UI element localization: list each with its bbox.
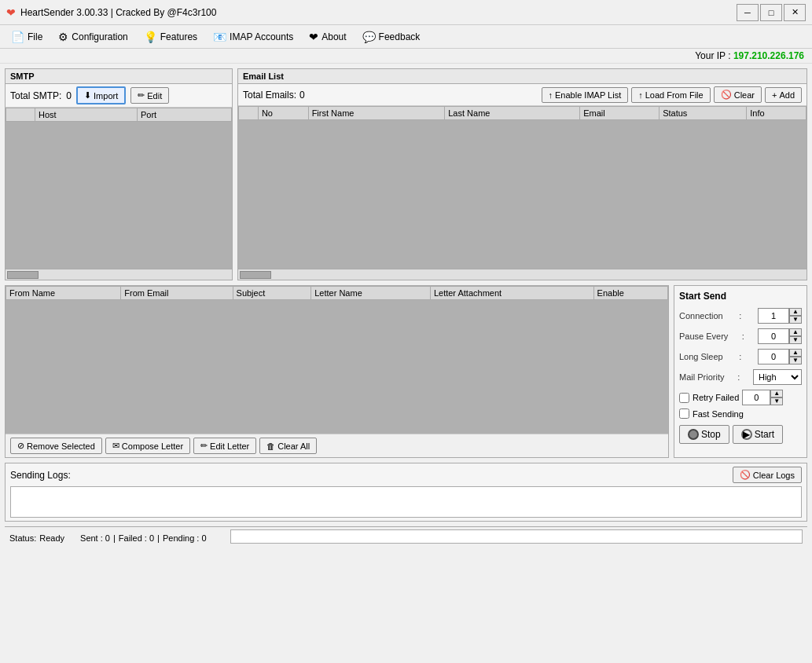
menu-item-configuration[interactable]: ⚙ Configuration (50, 27, 135, 46)
connection-down[interactable]: ▼ (789, 316, 802, 324)
separator1: | (113, 533, 116, 543)
remove-selected-label: Remove Selected (27, 441, 95, 451)
close-button[interactable]: ✕ (784, 4, 806, 21)
retry-checkbox[interactable] (679, 393, 689, 403)
email-col-firstname: First Name (308, 107, 445, 120)
retry-input[interactable] (742, 390, 770, 405)
compose-letter-button[interactable]: ✉ Compose Letter (105, 438, 190, 454)
email-scrollbar[interactable] (238, 269, 806, 280)
pause-row: Pause Every : ▲ ▼ (679, 328, 802, 344)
maximize-button[interactable]: □ (760, 4, 782, 21)
add-email-button[interactable]: + Add (765, 87, 802, 103)
enable-imap-button[interactable]: ↑ Enable IMAP List (542, 87, 629, 103)
retry-row: Retry Failed ▲ ▼ (679, 390, 802, 405)
priority-select[interactable]: High Normal Low (753, 369, 802, 385)
start-button[interactable]: ▶ Start (733, 425, 783, 444)
connection-up[interactable]: ▲ (789, 308, 802, 316)
smtp-table: Host Port (6, 108, 232, 122)
sent-label: Sent : 0 (80, 533, 110, 543)
smtp-import-button[interactable]: ⬇ Import (76, 86, 126, 104)
start-icon: ▶ (741, 429, 752, 440)
menu-item-features[interactable]: 💡 Features (136, 27, 205, 46)
logs-header: Sending Logs: 🚫 Clear Logs (10, 467, 802, 483)
longsleep-spinbox: ▲ ▼ (758, 349, 802, 364)
remove-icon: ⊘ (17, 441, 24, 451)
longsleep-down[interactable]: ▼ (789, 357, 802, 364)
email-col-no: No (258, 107, 308, 120)
email-panel-header: Email List (238, 69, 806, 84)
stop-button[interactable]: Stop (679, 425, 729, 444)
pause-spinbox: ▲ ▼ (758, 328, 802, 344)
clear-logs-icon: 🚫 (740, 470, 751, 480)
ip-label: Your IP : (695, 50, 730, 61)
logs-area (10, 486, 802, 518)
minimize-button[interactable]: ─ (737, 4, 759, 21)
letters-col-subject: Subject (233, 287, 311, 300)
email-total-label: Total Emails: (243, 90, 296, 101)
import-icon: ⬇ (84, 90, 91, 101)
imap-icon: 📧 (213, 31, 226, 43)
title-bar-text: HeartSender 3.00.33 | Cracked By @F4c3r1… (20, 7, 737, 18)
retry-up[interactable]: ▲ (770, 390, 783, 397)
pause-input[interactable] (758, 328, 789, 344)
send-panel: Start Send Connection : ▲ ▼ Pause Every … (674, 285, 807, 458)
fastsending-label: Fast Sending (693, 409, 744, 419)
longsleep-input[interactable] (758, 349, 789, 364)
smtp-edit-button[interactable]: ✏ Edit (130, 87, 169, 104)
email-col-info: Info (747, 107, 806, 120)
load-from-file-button[interactable]: ↑ Load From File (631, 87, 710, 103)
menu-label-features: Features (160, 31, 197, 42)
remove-selected-button[interactable]: ⊘ Remove Selected (10, 438, 102, 454)
letters-col-enable: Enable (593, 287, 667, 300)
letters-table: From Name From Email Subject Letter Name… (6, 286, 668, 300)
email-header-row: Total Emails: 0 ↑ Enable IMAP List ↑ Loa… (238, 84, 806, 106)
pause-label: Pause Every (679, 332, 728, 341)
menu-item-feedback[interactable]: 💬 Feedback (355, 27, 428, 46)
ip-bar: Your IP : 197.210.226.176 (0, 49, 812, 64)
add-email-label: Add (779, 90, 795, 100)
menu-bar: 📄 File ⚙ Configuration 💡 Features 📧 IMAP… (0, 25, 812, 49)
imap-arrow-icon: ↑ (549, 90, 553, 100)
pause-up[interactable]: ▲ (789, 328, 802, 336)
load-icon: ↑ (638, 90, 643, 100)
menu-item-about[interactable]: ❤ About (301, 27, 354, 46)
email-panel: Email List Total Emails: 0 ↑ Enable IMAP… (237, 68, 807, 280)
retry-down[interactable]: ▼ (770, 397, 783, 405)
smtp-total-label: Total SMTP: (10, 90, 61, 101)
smtp-col-host: Host (35, 108, 137, 122)
clear-email-button[interactable]: 🚫 Clear (714, 86, 762, 103)
menu-label-feedback: Feedback (379, 31, 421, 42)
smtp-panel: SMTP Total SMTP: 0 ⬇ Import ✏ Edit (5, 68, 233, 280)
edit-letter-icon: ✏ (200, 441, 208, 451)
logs-title: Sending Logs: (10, 470, 71, 481)
smtp-col-check (6, 108, 35, 122)
connection-input[interactable] (758, 308, 789, 324)
clear-all-icon: 🗑 (266, 441, 275, 451)
letters-col-lettername: Letter Name (311, 287, 431, 300)
logs-section: Sending Logs: 🚫 Clear Logs (5, 463, 807, 522)
compose-letter-label: Compose Letter (122, 441, 183, 451)
connection-colon: : (739, 311, 741, 321)
clear-all-button[interactable]: 🗑 Clear All (259, 438, 317, 454)
longsleep-label: Long Sleep (679, 352, 723, 361)
letters-footer: ⊘ Remove Selected ✉ Compose Letter ✏ Edi… (6, 434, 668, 457)
clear-email-icon: 🚫 (721, 90, 732, 100)
pause-colon: : (742, 332, 744, 341)
longsleep-colon: : (739, 352, 741, 361)
menu-item-file[interactable]: 📄 File (3, 27, 50, 46)
email-col-check (239, 107, 259, 120)
stop-label: Stop (701, 429, 721, 440)
edit-letter-button[interactable]: ✏ Edit Letter (193, 438, 256, 454)
clear-logs-label: Clear Logs (753, 471, 795, 480)
failed-label: Failed : 0 (119, 533, 154, 543)
smtp-scrollbar[interactable] (6, 269, 232, 280)
letters-col-fromemail: From Email (121, 287, 233, 300)
longsleep-up[interactable]: ▲ (789, 349, 802, 357)
letters-table-container: From Name From Email Subject Letter Name… (6, 286, 668, 434)
load-from-file-label: Load From File (645, 90, 704, 100)
clear-logs-button[interactable]: 🚫 Clear Logs (733, 467, 802, 483)
fastsending-checkbox[interactable] (679, 408, 689, 419)
top-section: SMTP Total SMTP: 0 ⬇ Import ✏ Edit (5, 68, 807, 280)
menu-item-imap-accounts[interactable]: 📧 IMAP Accounts (205, 27, 301, 46)
pause-down[interactable]: ▼ (789, 336, 802, 344)
